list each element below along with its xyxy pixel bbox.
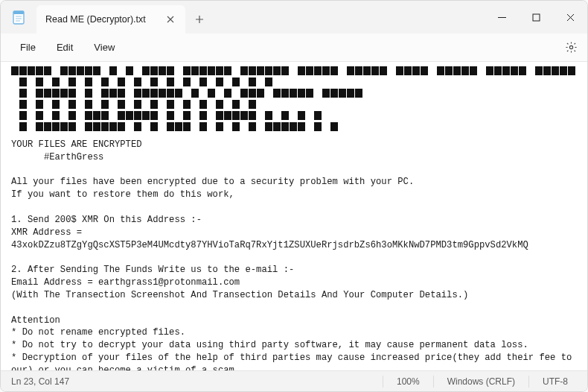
svg-rect-5: [533, 14, 540, 21]
menu-file[interactable]: File: [10, 37, 46, 57]
document-text[interactable]: YOUR FILES ARE ENCRYPTED #EarthGress All…: [11, 139, 580, 370]
maximize-icon: [532, 13, 540, 22]
menubar: File Edit View: [1, 34, 587, 62]
close-button[interactable]: [553, 1, 587, 34]
statusbar: Ln 23, Col 147 100% Windows (CRLF) UTF-8: [1, 370, 587, 391]
new-tab-button[interactable]: [185, 5, 214, 34]
app-icon: [1, 1, 36, 34]
notepad-icon: [12, 10, 25, 25]
status-zoom[interactable]: 100%: [383, 376, 433, 387]
status-encoding: UTF-8: [529, 376, 581, 387]
titlebar-drag-region[interactable]: [214, 1, 485, 34]
minimize-icon: [498, 13, 506, 22]
tab-title: Read ME (Decryptor).txt: [45, 14, 154, 25]
close-icon: [167, 16, 174, 23]
plus-icon: [195, 15, 204, 24]
titlebar: Read ME (Decryptor).txt: [1, 1, 587, 34]
close-icon: [566, 13, 575, 22]
editor-area[interactable]: YOUR FILES ARE ENCRYPTED #EarthGress All…: [1, 62, 587, 370]
maximize-button[interactable]: [519, 1, 553, 34]
notepad-window: Read ME (Decryptor).txt File Edit View: [0, 0, 588, 392]
gear-icon: [565, 41, 578, 54]
svg-point-6: [569, 45, 572, 48]
settings-button[interactable]: [559, 36, 583, 60]
svg-rect-1: [13, 11, 24, 14]
menu-view[interactable]: View: [83, 37, 125, 57]
menu-edit[interactable]: Edit: [46, 37, 83, 57]
tab-active[interactable]: Read ME (Decryptor).txt: [36, 5, 185, 34]
status-cursor-pos: Ln 23, Col 147: [7, 376, 83, 387]
ascii-art-blocks: [11, 66, 580, 131]
tab-close-button[interactable]: [162, 10, 179, 28]
status-line-ending: Windows (CRLF): [434, 376, 528, 387]
minimize-button[interactable]: [485, 1, 519, 34]
